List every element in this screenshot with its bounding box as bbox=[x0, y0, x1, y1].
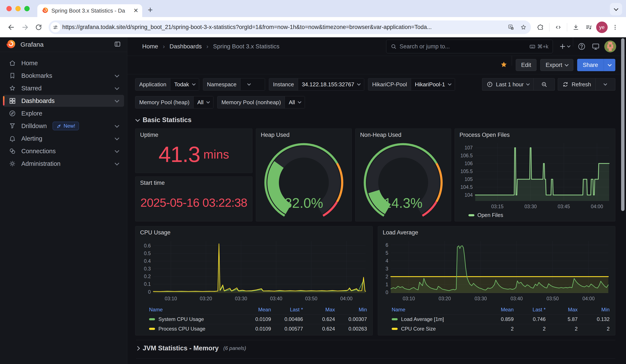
panel-heap-used[interactable]: Heap Used 32.0% bbox=[256, 129, 352, 221]
share-button[interactable]: Share bbox=[577, 59, 604, 71]
new-tab-button[interactable]: + bbox=[148, 5, 153, 14]
variable-value-dropdown[interactable] bbox=[240, 78, 265, 90]
refresh-button[interactable]: Refresh bbox=[558, 78, 595, 91]
chevron-down-icon[interactable] bbox=[115, 85, 119, 90]
sidebar-item-dashboards[interactable]: Dashboards bbox=[3, 95, 124, 107]
bookmark-star-icon[interactable] bbox=[518, 22, 529, 33]
panel-title[interactable]: Non-Heap Used bbox=[355, 129, 451, 140]
variable-value-dropdown[interactable]: HikariPool-1 bbox=[411, 78, 455, 90]
chevron-down-icon[interactable] bbox=[115, 73, 119, 77]
refresh-interval-dropdown[interactable] bbox=[595, 78, 615, 91]
search-input[interactable]: Search or jump to... ⌘+k bbox=[386, 40, 553, 53]
legend-column[interactable]: Name bbox=[392, 307, 482, 313]
legend-column[interactable]: Min bbox=[335, 307, 367, 313]
panel-title[interactable]: Start time bbox=[135, 177, 252, 187]
chevron-down-icon[interactable] bbox=[115, 123, 119, 128]
reload-icon[interactable] bbox=[33, 22, 44, 33]
sidebar-item-drilldown[interactable]: Drilldown New! bbox=[3, 120, 124, 132]
help-icon[interactable] bbox=[576, 41, 587, 52]
legend-row[interactable]: CPU Core Size2222 bbox=[392, 324, 610, 333]
minimize-window-button[interactable] bbox=[15, 6, 21, 11]
favorite-star-icon[interactable] bbox=[500, 61, 508, 70]
address-bar[interactable]: https://grafana.todak.site/d/spring_boot… bbox=[49, 20, 531, 34]
sidebar-item-bookmarks[interactable]: Bookmarks bbox=[3, 70, 124, 82]
translate-icon[interactable]: Aa bbox=[506, 22, 516, 33]
legend-row[interactable]: Process CPU Usage0.01090.005770.6240.002… bbox=[149, 324, 367, 333]
legend-column[interactable]: Last * bbox=[271, 307, 303, 313]
cpu-usage-chart[interactable]: 03:1003:2003:3003:4003:5004:0000.10.20.3… bbox=[138, 238, 368, 303]
sidebar-item-home[interactable]: Home bbox=[3, 57, 124, 69]
extensions-icon[interactable] bbox=[535, 22, 546, 33]
legend-row[interactable]: System CPU Usage0.01090.004860.6240.0030… bbox=[149, 314, 367, 324]
section-jvm-gc[interactable]: JVM Statistics - GC (2 panels) bbox=[136, 359, 615, 364]
tab-search-button[interactable] bbox=[610, 3, 622, 15]
legend-column[interactable]: Last * bbox=[514, 307, 546, 313]
playlist-icon[interactable] bbox=[583, 22, 594, 33]
section-basic-statistics[interactable]: Basic Statistics bbox=[136, 116, 615, 124]
grafana-logo[interactable] bbox=[6, 39, 16, 50]
panel-title[interactable]: Uptime bbox=[135, 129, 252, 140]
panel-process-open-files[interactable]: Process Open Files 03:1503:3003:4504:001… bbox=[455, 129, 615, 221]
zoom-out-button[interactable] bbox=[533, 78, 555, 91]
panel-start-time[interactable]: Start time 2025-05-16 03:22:38 bbox=[135, 177, 252, 221]
forward-icon[interactable] bbox=[19, 22, 31, 33]
browser-tab[interactable]: Spring Boot 3.x Statistics - Da ✕ bbox=[37, 4, 142, 17]
legend-swatch bbox=[392, 328, 398, 330]
close-tab-icon[interactable]: ✕ bbox=[133, 8, 138, 14]
variable-value-dropdown[interactable]: All bbox=[194, 96, 213, 108]
panel-title[interactable]: Heap Used bbox=[256, 129, 352, 140]
panel-uptime[interactable]: Uptime 41.3 mins bbox=[135, 129, 252, 173]
dock-menu-icon[interactable] bbox=[114, 40, 121, 49]
legend-column[interactable]: Name bbox=[149, 307, 239, 313]
legend-label[interactable]: Open Files bbox=[477, 212, 503, 218]
breadcrumb-dashboards[interactable]: Dashboards bbox=[169, 43, 202, 50]
site-info-icon[interactable] bbox=[50, 22, 61, 32]
panel-title[interactable]: Load Average bbox=[378, 226, 615, 237]
legend-column[interactable]: Min bbox=[578, 307, 610, 313]
back-icon[interactable] bbox=[5, 22, 17, 33]
open-files-chart[interactable]: 03:1503:3003:4504:00104104.5105105.51061… bbox=[457, 141, 611, 211]
breadcrumb-home[interactable]: Home bbox=[142, 43, 158, 50]
chevron-down-icon[interactable] bbox=[115, 98, 119, 103]
share-dropdown-button[interactable] bbox=[604, 59, 615, 71]
variable-value-dropdown[interactable]: 34.122.18.155:32767 bbox=[298, 78, 364, 90]
kiosk-mode-icon[interactable] bbox=[590, 41, 601, 52]
scrollbar-thumb[interactable] bbox=[621, 38, 625, 211]
legend-column[interactable]: Mean bbox=[482, 307, 514, 313]
panel-cpu-usage[interactable]: CPU Usage 03:1003:2003:3003:4003:5004:00… bbox=[135, 226, 373, 335]
sidebar-item-connections[interactable]: Connections bbox=[3, 145, 124, 157]
sidebar-item-starred[interactable]: Starred bbox=[3, 82, 124, 94]
variable-value-dropdown[interactable]: All bbox=[285, 96, 305, 108]
sidebar-item-administration[interactable]: Administration bbox=[3, 158, 124, 170]
panel-nonheap-used[interactable]: Non-Heap Used 14.3% bbox=[355, 129, 451, 221]
url-text[interactable]: https://grafana.todak.site/d/spring_boot… bbox=[62, 24, 504, 31]
panel-title[interactable]: CPU Usage bbox=[135, 226, 372, 237]
chevron-down-icon[interactable] bbox=[115, 136, 119, 140]
close-window-button[interactable] bbox=[6, 6, 12, 11]
browser-menu-icon[interactable] bbox=[610, 22, 621, 33]
time-range-picker[interactable]: Last 1 hour bbox=[482, 78, 533, 91]
edit-button[interactable]: Edit bbox=[516, 59, 537, 71]
brand-title[interactable]: Grafana bbox=[20, 41, 109, 48]
load-average-chart[interactable]: 03:1003:2003:3003:4003:5004:000123456 bbox=[381, 238, 610, 303]
variable-value-dropdown[interactable]: Todak bbox=[170, 78, 199, 90]
chevron-down-icon[interactable] bbox=[115, 161, 119, 165]
panel-title[interactable]: Process Open Files bbox=[455, 129, 615, 140]
export-button[interactable]: Export bbox=[540, 59, 573, 71]
legend-column[interactable]: Max bbox=[303, 307, 335, 313]
legend-row[interactable]: Load Average [1m]0.8590.7465.870.132 bbox=[392, 314, 610, 324]
section-jvm-memory[interactable]: JVM Statistics - Memory (6 panels) bbox=[136, 340, 615, 352]
maximize-window-button[interactable] bbox=[24, 6, 30, 11]
sidebar-item-alerting[interactable]: Alerting bbox=[3, 133, 124, 145]
legend-column[interactable]: Mean bbox=[239, 307, 271, 313]
devtools-icon[interactable] bbox=[553, 22, 564, 33]
sidebar-item-explore[interactable]: Explore bbox=[3, 108, 124, 119]
legend-column[interactable]: Max bbox=[546, 307, 578, 313]
grafana-user-avatar[interactable] bbox=[604, 40, 616, 52]
chevron-down-icon[interactable] bbox=[115, 148, 119, 153]
add-new-button[interactable] bbox=[559, 41, 570, 52]
legend-open-files[interactable]: Open Files bbox=[469, 212, 615, 218]
downloads-icon[interactable] bbox=[571, 22, 581, 33]
browser-profile-avatar[interactable]: ye bbox=[596, 22, 608, 33]
panel-load-average[interactable]: Load Average 03:1003:2003:3003:4003:5004… bbox=[378, 226, 615, 335]
